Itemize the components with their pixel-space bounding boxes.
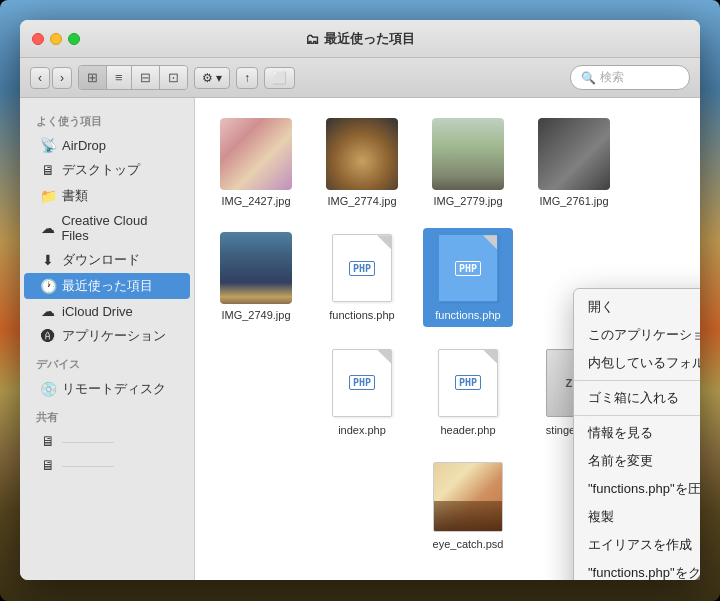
- ctx-duplicate-label: 複製: [588, 508, 614, 526]
- downloads-icon: ⬇: [40, 252, 56, 268]
- file-thumbnail: [432, 461, 504, 533]
- sidebar-item-desktop[interactable]: 🖥 デスクトップ: [24, 157, 190, 183]
- ctx-compress[interactable]: "functions.php"を圧縮: [574, 475, 700, 503]
- icloud-label: iCloud Drive: [62, 304, 133, 319]
- share-button[interactable]: ⬜: [264, 67, 295, 89]
- file-name: functions.php: [329, 308, 394, 322]
- ctx-duplicate[interactable]: 複製: [574, 503, 700, 531]
- applications-icon: 🅐: [40, 328, 56, 344]
- ctx-divider-2: [574, 415, 700, 416]
- file-name: functions.php: [435, 308, 500, 322]
- file-item-img2749[interactable]: IMG_2749.jpg: [211, 228, 301, 326]
- window: 🗂 最近使った項目 ‹ › ⊞ ≡ ⊟ ⊡ ⚙ ▾ ↑ ⬜ 🔍 検索: [0, 0, 720, 601]
- cover-flow-button[interactable]: ⊡: [160, 66, 187, 89]
- ctx-open-with[interactable]: このアプリケーションで開く ▶: [574, 321, 700, 349]
- ctx-move-trash[interactable]: ゴミ箱に入れる: [574, 384, 700, 412]
- file-item-index[interactable]: PHP index.php: [317, 343, 407, 441]
- sidebar-item-recents[interactable]: 🕐 最近使った項目: [24, 273, 190, 299]
- ctx-rename[interactable]: 名前を変更: [574, 447, 700, 475]
- file-thumbnail: PHP: [326, 232, 398, 304]
- airdrop-label: AirDrop: [62, 138, 106, 153]
- sidebar: よく使う項目 📡 AirDrop 🖥 デスクトップ 📁 書類 ☁ Creativ…: [20, 98, 195, 580]
- sidebar-item-icloud[interactable]: ☁ iCloud Drive: [24, 299, 190, 323]
- recents-label: 最近使った項目: [62, 277, 153, 295]
- file-name: IMG_2761.jpg: [539, 194, 608, 208]
- creative-cloud-label: Creative Cloud Files: [61, 213, 174, 243]
- file-thumbnail: PHP: [432, 232, 504, 304]
- finder-window: 🗂 最近使った項目 ‹ › ⊞ ≡ ⊟ ⊡ ⚙ ▾ ↑ ⬜ 🔍 検索: [20, 20, 700, 580]
- sidebar-item-airdrop[interactable]: 📡 AirDrop: [24, 133, 190, 157]
- file-name: IMG_2427.jpg: [221, 194, 290, 208]
- ctx-quicklook[interactable]: "functions.php"をクイックルック: [574, 559, 700, 580]
- sidebar-item-documents[interactable]: 📁 書類: [24, 183, 190, 209]
- file-item-header[interactable]: PHP header.php: [423, 343, 513, 441]
- ctx-divider-1: [574, 380, 700, 381]
- file-item-img2779[interactable]: IMG_2779.jpg: [423, 114, 513, 212]
- sidebar-item-shared1[interactable]: 🖥 ————: [24, 429, 190, 453]
- file-name: header.php: [440, 423, 495, 437]
- shared2-label: ————: [62, 458, 114, 473]
- sidebar-item-creative-cloud[interactable]: ☁ Creative Cloud Files: [24, 209, 190, 247]
- recents-icon: 🕐: [40, 278, 56, 294]
- file-item-img2774[interactable]: IMG_2774.jpg: [317, 114, 407, 212]
- ctx-alias[interactable]: エイリアスを作成: [574, 531, 700, 559]
- file-name: IMG_2749.jpg: [221, 308, 290, 322]
- ctx-compress-label: "functions.php"を圧縮: [588, 480, 700, 498]
- file-name: index.php: [338, 423, 386, 437]
- file-item-img2427[interactable]: IMG_2427.jpg: [211, 114, 301, 212]
- file-name: IMG_2779.jpg: [433, 194, 502, 208]
- list-view-button[interactable]: ≡: [107, 66, 132, 89]
- ctx-show-enclosing-label: 内包しているフォルダで表示: [588, 354, 700, 372]
- applications-label: アプリケーション: [62, 327, 166, 345]
- ctx-open-with-label: このアプリケーションで開く: [588, 326, 700, 344]
- search-placeholder: 検索: [600, 69, 624, 86]
- ctx-quicklook-label: "functions.php"をクイックルック: [588, 564, 700, 580]
- icon-view-button[interactable]: ⊞: [79, 66, 107, 89]
- context-menu: 開く このアプリケーションで開く ▶ 内包しているフォルダで表示 ゴミ箱に入れる: [573, 288, 700, 580]
- traffic-lights: [32, 33, 80, 45]
- main-content: IMG_2427.jpg IMG_2774.jpg IMG_2779.jpg: [195, 98, 700, 580]
- file-item-eye-catch[interactable]: eye_catch.psd: [423, 457, 513, 555]
- arrange-button[interactable]: ⚙ ▾: [194, 67, 230, 89]
- file-item-img2761[interactable]: IMG_2761.jpg: [529, 114, 619, 212]
- shared1-icon: 🖥: [40, 433, 56, 449]
- sidebar-item-remote-disk[interactable]: 💿 リモートディスク: [24, 376, 190, 402]
- remote-disk-label: リモートディスク: [62, 380, 166, 398]
- remote-disk-icon: 💿: [40, 381, 56, 397]
- creative-cloud-icon: ☁: [40, 220, 55, 236]
- sidebar-item-applications[interactable]: 🅐 アプリケーション: [24, 323, 190, 349]
- column-view-button[interactable]: ⊟: [132, 66, 160, 89]
- spacer3: [211, 457, 301, 555]
- ctx-move-trash-label: ゴミ箱に入れる: [588, 389, 679, 407]
- sidebar-item-shared2[interactable]: 🖥 ————: [24, 453, 190, 477]
- downloads-label: ダウンロード: [62, 251, 140, 269]
- ctx-get-info[interactable]: 情報を見る: [574, 419, 700, 447]
- close-button[interactable]: [32, 33, 44, 45]
- folder-icon: 🗂: [305, 31, 319, 47]
- desktop-icon: 🖥: [40, 162, 56, 178]
- spacer2: [211, 343, 301, 441]
- titlebar: 🗂 最近使った項目: [20, 20, 700, 58]
- action-button[interactable]: ↑: [236, 67, 258, 89]
- shared-label: 共有: [20, 402, 194, 429]
- ctx-show-enclosing[interactable]: 内包しているフォルダで表示: [574, 349, 700, 377]
- search-bar[interactable]: 🔍 検索: [570, 65, 690, 90]
- ctx-open[interactable]: 開く: [574, 293, 700, 321]
- minimize-button[interactable]: [50, 33, 62, 45]
- view-buttons: ⊞ ≡ ⊟ ⊡: [78, 65, 188, 90]
- file-item-functions-selected[interactable]: PHP functions.php: [423, 228, 513, 326]
- toolbar: ‹ › ⊞ ≡ ⊟ ⊡ ⚙ ▾ ↑ ⬜ 🔍 検索: [20, 58, 700, 98]
- file-item-functions[interactable]: PHP functions.php: [317, 228, 407, 326]
- forward-button[interactable]: ›: [52, 67, 72, 89]
- ctx-rename-label: 名前を変更: [588, 452, 653, 470]
- back-button[interactable]: ‹: [30, 67, 50, 89]
- sidebar-item-downloads[interactable]: ⬇ ダウンロード: [24, 247, 190, 273]
- documents-icon: 📁: [40, 188, 56, 204]
- devices-label: デバイス: [20, 349, 194, 376]
- file-name: IMG_2774.jpg: [327, 194, 396, 208]
- ctx-alias-label: エイリアスを作成: [588, 536, 692, 554]
- favorites-label: よく使う項目: [20, 106, 194, 133]
- shared2-icon: 🖥: [40, 457, 56, 473]
- file-thumbnail: [220, 232, 292, 304]
- maximize-button[interactable]: [68, 33, 80, 45]
